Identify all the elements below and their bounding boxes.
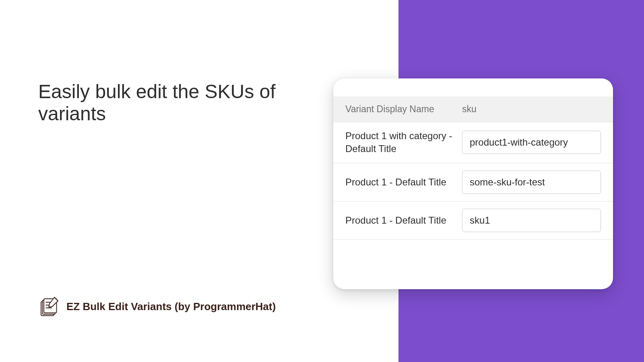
variant-name: Product 1 with category - Default Title [345,130,462,156]
sku-input[interactable] [462,131,601,154]
table-row: Product 1 - Default Title [333,202,613,240]
column-header-name: Variant Display Name [345,104,462,115]
table-row: Product 1 - Default Title [333,163,613,202]
brand-name: EZ Bulk Edit Variants (by ProgrammerHat) [66,300,276,313]
table-header-row: Variant Display Name sku [333,97,613,122]
sku-input[interactable] [462,209,601,232]
variant-name: Product 1 - Default Title [345,214,462,227]
brand-footer: EZ Bulk Edit Variants (by ProgrammerHat) [38,295,276,318]
column-header-sku: sku [462,104,477,115]
table-row: Product 1 with category - Default Title [333,122,613,163]
variant-editor-card: Variant Display Name sku Product 1 with … [333,78,613,289]
notes-pencil-icon [38,295,61,318]
variant-name: Product 1 - Default Title [345,176,462,189]
page-headline: Easily bulk edit the SKUs of variants [38,80,288,125]
sku-input[interactable] [462,171,601,194]
